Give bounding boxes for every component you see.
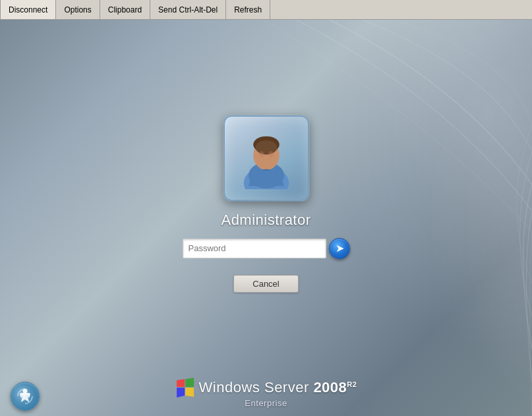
svg-point-7 xyxy=(255,140,276,155)
clipboard-button[interactable]: Clipboard xyxy=(100,0,150,19)
ease-of-access-button[interactable] xyxy=(11,382,40,411)
toolbar: Disconnect Options Clipboard Send Ctrl-A… xyxy=(0,0,532,20)
ease-of-access-icon xyxy=(16,388,34,405)
windows-server-logo: Windows Server 2008R2 Enterprise xyxy=(175,378,357,408)
server-edition-text: Enterprise xyxy=(245,398,287,408)
user-avatar xyxy=(223,115,309,200)
server-version: 2008 xyxy=(313,379,347,396)
username-label: Administrator xyxy=(221,211,310,228)
password-input[interactable] xyxy=(183,238,326,258)
svg-point-9 xyxy=(268,151,273,157)
server-brand-text: Windows Server 2008R2 xyxy=(199,379,357,396)
user-icon xyxy=(237,127,296,189)
cancel-button[interactable]: Cancel xyxy=(233,274,298,292)
refresh-button[interactable]: Refresh xyxy=(226,0,270,19)
svg-point-1 xyxy=(343,20,532,416)
svg-point-8 xyxy=(259,151,264,157)
windows-flag-icon xyxy=(175,378,195,398)
password-row: ➤ xyxy=(183,237,350,258)
arrow-icon: ➤ xyxy=(336,242,344,254)
desktop-background: Administrator ➤ Cancel xyxy=(0,20,532,416)
submit-button[interactable]: ➤ xyxy=(329,237,350,258)
send-ctrl-alt-del-button[interactable]: Send Ctrl-Alt-Del xyxy=(150,0,226,19)
server-revision: R2 xyxy=(347,380,357,388)
options-button[interactable]: Options xyxy=(56,0,100,19)
logo-row: Windows Server 2008R2 xyxy=(175,378,357,398)
disconnect-button[interactable]: Disconnect xyxy=(0,0,56,19)
login-container: Administrator ➤ Cancel xyxy=(183,115,350,292)
